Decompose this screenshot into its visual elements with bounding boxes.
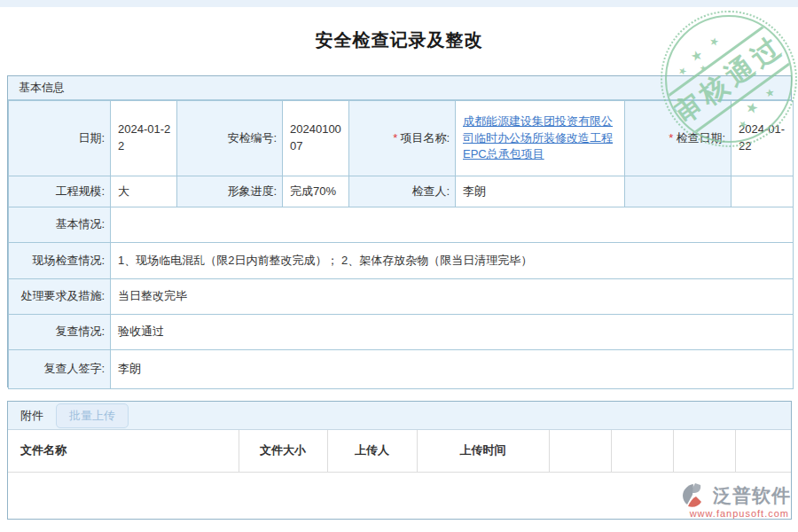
basic-info-panel: 基本信息 日期: 2024-01-22 安检编号: 2024010007 *项目… xyxy=(7,75,792,387)
batch-upload-button[interactable]: 批量上传 xyxy=(56,403,129,428)
col-empty xyxy=(673,430,735,472)
col-empty xyxy=(735,430,791,472)
attachments-section-header: 附件 批量上传 xyxy=(8,402,791,430)
recheck-value: 验收通过 xyxy=(111,315,794,350)
table-row: 基本情况: xyxy=(9,207,794,243)
project-scale-label-cell: 工程规模: xyxy=(9,176,111,207)
col-uploader: 上传人 xyxy=(327,430,417,472)
required-marker: * xyxy=(393,131,397,145)
recheck-sign-label-cell: 复查人签字: xyxy=(9,350,111,389)
inspector-label-cell: 检查人: xyxy=(349,176,456,207)
empty-label-cell xyxy=(625,176,732,207)
site-check-value: 1、现场临电混乱（限2日内前整改完成）； 2、架体存放杂物（限当日清理完毕） xyxy=(111,243,794,279)
attachments-header-row: 文件名称 文件大小 上传人 上传时间 xyxy=(8,430,791,472)
date-value: 2024-01-22 xyxy=(111,101,177,176)
inspection-no-value: 2024010007 xyxy=(283,101,349,176)
table-row: 现场检查情况: 1、现场临电混乱（限2日内前整改完成）； 2、架体存放杂物（限当… xyxy=(9,243,794,279)
attachments-panel: 附件 批量上传 文件名称 文件大小 上传人 上传时间 xyxy=(7,401,792,520)
empty-value-cell xyxy=(732,176,794,207)
basic-info-section-title: 基本信息 xyxy=(19,80,65,96)
recheck-label-cell: 复查情况: xyxy=(9,315,111,350)
col-file-name: 文件名称 xyxy=(8,430,239,472)
attachments-section-title: 附件 xyxy=(20,408,43,424)
table-row: 工程规模: 大 形象进度: 完成70% 检查人: 李朗 xyxy=(9,176,794,207)
progress-value: 完成70% xyxy=(283,176,349,207)
basic-info-section-header: 基本信息 xyxy=(8,76,791,100)
check-date-label-cell: *检查日期: xyxy=(625,101,732,176)
required-marker: * xyxy=(669,131,673,145)
table-row: 处理要求及措施: 当日整改完毕 xyxy=(9,279,794,315)
recheck-sign-value: 李朗 xyxy=(111,350,794,389)
col-empty xyxy=(549,430,611,472)
star-icon: ★ xyxy=(700,64,708,74)
basic-situation-label-cell: 基本情况: xyxy=(9,207,111,243)
site-check-label-cell: 现场检查情况: xyxy=(9,243,111,279)
vendor-logo: 泛普软件 www.fanpusoft.com xyxy=(681,482,791,519)
inspection-no-label-cell: 安检编号: xyxy=(177,101,283,176)
table-row: 日期: 2024-01-22 安检编号: 2024010007 *项目名称: 成… xyxy=(9,101,794,176)
date-label-cell: 日期: xyxy=(9,101,111,176)
col-empty xyxy=(611,430,673,472)
table-row: 复查人签字: 李朗 xyxy=(9,350,794,389)
check-date-value: 2024-01-22 xyxy=(732,101,794,176)
measures-label-cell: 处理要求及措施: xyxy=(9,279,111,315)
vendor-logo-icon xyxy=(681,482,709,509)
project-name-cell: 成都能源建设集团投资有限公司临时办公场所装修改造工程EPC总承包项目 xyxy=(456,101,625,176)
page-title: 安全检查记录及整改 xyxy=(0,28,798,52)
table-row: 复查情况: 验收通过 xyxy=(9,315,794,350)
progress-label-cell: 形象进度: xyxy=(177,176,283,207)
basic-situation-value xyxy=(111,207,794,243)
project-name-link[interactable]: 成都能源建设集团投资有限公司临时办公场所装修改造工程EPC总承包项目 xyxy=(463,114,613,161)
project-scale-value: 大 xyxy=(111,176,177,207)
inspector-value: 李朗 xyxy=(456,176,625,207)
vendor-website: www.fanpusoft.com xyxy=(690,508,791,519)
basic-info-table: 日期: 2024-01-22 安检编号: 2024010007 *项目名称: 成… xyxy=(8,100,794,389)
attachments-table: 文件名称 文件大小 上传人 上传时间 xyxy=(8,430,791,473)
measures-value: 当日整改完毕 xyxy=(111,279,794,315)
col-upload-time: 上传时间 xyxy=(417,430,549,472)
top-strip xyxy=(0,0,798,7)
vendor-brand-name: 泛普软件 xyxy=(713,483,791,508)
project-name-label-cell: *项目名称: xyxy=(349,101,456,176)
col-file-size: 文件大小 xyxy=(239,430,327,472)
